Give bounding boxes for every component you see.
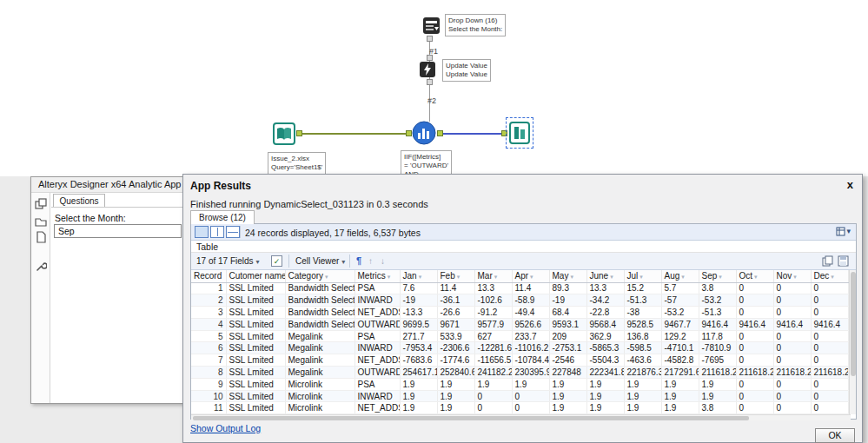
column-sort-icon[interactable]: ▾	[719, 274, 722, 280]
table-cell[interactable]: 1.9	[661, 390, 699, 402]
table-cell[interactable]: -26.6	[437, 307, 474, 319]
column-header[interactable]: June▾	[586, 270, 624, 282]
fields-dropdown[interactable]: 17 of 17 Fields ▾	[196, 256, 259, 266]
table-cell[interactable]: -11016.2	[512, 342, 549, 354]
cell-viewer-dropdown[interactable]: Cell Viewer ▾	[295, 256, 345, 266]
column-header[interactable]: Apr▾	[512, 270, 549, 282]
table-cell[interactable]: 1.9	[624, 402, 661, 414]
table-cell[interactable]: 3.8	[699, 282, 736, 294]
table-cell[interactable]: PSA	[354, 330, 400, 342]
column-header[interactable]: Dec▾	[811, 270, 848, 282]
table-cell[interactable]: 1.9	[586, 378, 624, 390]
table-cell[interactable]: 0	[736, 330, 773, 342]
vertical-scrollbar[interactable]	[849, 270, 856, 414]
table-cell[interactable]: Megalink	[285, 342, 354, 354]
column-header[interactable]: Category▾	[285, 270, 354, 282]
table-cell[interactable]: 233.7	[512, 330, 549, 342]
table-cell[interactable]: 1.9	[699, 390, 736, 402]
table-cell[interactable]: Microlink	[285, 402, 354, 414]
action-input-anchor[interactable]	[427, 55, 433, 61]
horizontal-scrollbar[interactable]	[191, 414, 851, 420]
table-cell[interactable]: 1.9	[400, 378, 437, 390]
table-cell[interactable]: 252840.6	[437, 367, 474, 379]
table-cell[interactable]: 11	[191, 402, 226, 414]
close-icon[interactable]: x	[847, 178, 853, 191]
table-cell[interactable]: SSL Lmited	[226, 342, 285, 354]
table-cell[interactable]: 0	[474, 390, 512, 402]
table-cell[interactable]: PSA	[354, 282, 400, 294]
table-cell[interactable]: Microlink	[285, 378, 354, 390]
table-cell[interactable]: 0	[773, 294, 811, 307]
table-cell[interactable]: 1.9	[699, 378, 736, 390]
view-single-button[interactable]	[195, 226, 209, 238]
table-cell[interactable]: Megalink	[285, 367, 354, 379]
table-cell[interactable]: -13.3	[400, 307, 437, 319]
column-sort-icon[interactable]: ▾	[325, 274, 328, 280]
table-cell[interactable]: NET_ADDS	[354, 402, 400, 414]
table-cell[interactable]: 0	[512, 402, 549, 414]
view-split-vertical-button[interactable]	[210, 226, 224, 238]
dropdown-output-anchor[interactable]	[427, 36, 433, 42]
table-row[interactable]: 6SSL LmitedMegalinkINWARD-7953.4-2306.6-…	[191, 342, 848, 354]
down-arrow-button[interactable]: ↓	[381, 256, 385, 266]
table-cell[interactable]: -102.6	[474, 294, 512, 307]
table-cell[interactable]: 1.9	[624, 378, 661, 390]
table-cell[interactable]: 0	[811, 330, 848, 342]
table-cell[interactable]: 1.9	[586, 390, 624, 402]
app-results-titlebar[interactable]	[183, 175, 862, 194]
table-cell[interactable]: -22.8	[586, 307, 624, 319]
table-cell[interactable]: 1.9	[474, 378, 512, 390]
table-cell[interactable]: -4582.8	[661, 354, 699, 367]
column-sort-icon[interactable]: ▾	[793, 274, 797, 280]
dropdown-tool-annotation[interactable]: Drop Down (16) Select the Month:	[445, 14, 506, 36]
table-cell[interactable]: -5504.3	[586, 354, 624, 367]
table-cell[interactable]: 0	[773, 282, 811, 294]
table-row[interactable]: 10SSL LmitedMicrolinkINWARD1.91.9001.91.…	[191, 390, 848, 402]
table-cell[interactable]: -7810.9	[699, 342, 736, 354]
table-cell[interactable]: -58.9	[512, 294, 549, 307]
table-cell[interactable]: 0	[811, 282, 848, 294]
table-cell[interactable]: 0	[773, 307, 811, 319]
table-cell[interactable]: -2546	[549, 354, 586, 367]
table-row[interactable]: 11SSL LmitedMicrolinkNET_ADDS1.91.9001.9…	[191, 402, 848, 414]
table-cell[interactable]: 0	[474, 402, 512, 414]
month-select[interactable]: Sep	[54, 224, 182, 238]
column-sort-icon[interactable]: ▾	[570, 274, 573, 280]
table-cell[interactable]: 221876.3	[624, 367, 661, 379]
action-output-anchor[interactable]	[427, 79, 433, 85]
column-header[interactable]: Jul▾	[624, 270, 661, 282]
table-cell[interactable]: -53.2	[661, 307, 699, 319]
table-row[interactable]: 8SSL LmitedMegalinkOUTWARD254617.1252840…	[191, 367, 848, 379]
table-cell[interactable]: 9671	[437, 318, 474, 330]
table-cell[interactable]: 0	[773, 330, 811, 342]
folder-icon[interactable]	[35, 215, 47, 228]
update-value-annotation[interactable]: Update Value Update Value	[442, 59, 491, 82]
column-header[interactable]: Cutomer name▾	[226, 270, 285, 282]
table-cell[interactable]: 8	[191, 367, 226, 379]
ok-button[interactable]: OK	[815, 428, 855, 443]
table-cell[interactable]: 5.7	[661, 282, 699, 294]
table-cell[interactable]: -51.3	[699, 307, 736, 319]
table-cell[interactable]: 0	[773, 354, 811, 367]
table-cell[interactable]: -49.4	[512, 307, 549, 319]
table-cell[interactable]: -57	[661, 294, 699, 307]
table-cell[interactable]: 241182.2	[474, 367, 512, 379]
table-cell[interactable]: SSL Lmited	[226, 307, 285, 319]
dropdown-tool-icon[interactable]	[422, 17, 441, 35]
table-cell[interactable]: 1.9	[437, 390, 474, 402]
table-cell[interactable]: 0	[773, 402, 811, 414]
table-cell[interactable]: 117.8	[699, 330, 736, 342]
vertical-scrollbar-thumb[interactable]	[851, 272, 856, 376]
table-cell[interactable]: 1.9	[549, 378, 586, 390]
table-cell[interactable]: 1.9	[437, 378, 474, 390]
table-row[interactable]: 3SSL LmitedBandwidth SelectNET_ADDS-13.3…	[191, 307, 848, 319]
wrench-icon[interactable]	[35, 261, 47, 273]
save-icon[interactable]	[838, 255, 849, 267]
table-cell[interactable]: 13.3	[474, 282, 512, 294]
table-cell[interactable]: 533.9	[437, 330, 474, 342]
connection-join-to-browse[interactable]	[443, 133, 504, 135]
table-cell[interactable]: 211618.2	[699, 367, 736, 379]
table-cell[interactable]: 9568.4	[586, 318, 624, 330]
table-cell[interactable]: 1.9	[400, 390, 437, 402]
table-cell[interactable]: 0	[736, 390, 773, 402]
